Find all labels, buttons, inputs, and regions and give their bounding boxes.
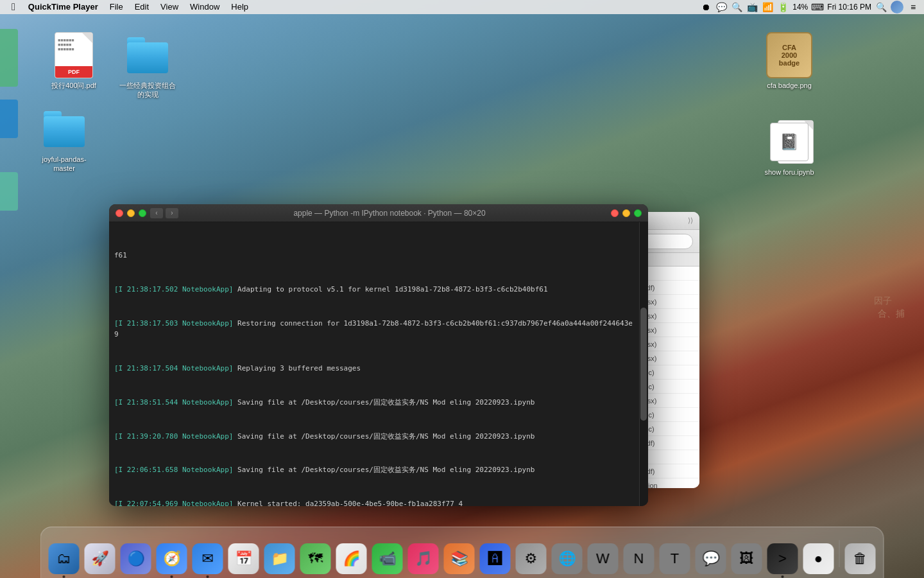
battery-percent: 14%: [792, 3, 808, 12]
terminal-maximize-button[interactable]: [139, 209, 146, 217]
terminal-line-6: [I 22:06:51.658 NotebookApp] Saving file…: [114, 464, 634, 476]
airplay-icon[interactable]: 📺: [746, 1, 758, 13]
dock-item-chrome[interactable]: ●: [802, 542, 835, 575]
dock-item-calendar[interactable]: 📅: [227, 542, 261, 575]
expand-icon[interactable]: ⟩⟩: [688, 216, 693, 225]
dock-item-wechat[interactable]: 💬: [694, 542, 728, 575]
control-center-icon[interactable]: ≡: [907, 1, 919, 13]
wifi-icon[interactable]: 📶: [762, 1, 773, 13]
terminal-line-5: [I 21:39:20.780 NotebookApp] Saving file…: [114, 431, 634, 442]
notebook-label: show foru.ipynb: [764, 168, 814, 177]
menubar-left:  QuickTime Player File Edit View Window…: [5, 0, 253, 14]
notchmeister-dock-icon: N: [624, 543, 654, 574]
keyboard-icon[interactable]: ⌨: [812, 1, 823, 13]
cfa-label: cfa badge.png: [767, 81, 812, 90]
dock-item-maps[interactable]: 🗺: [299, 542, 332, 575]
files-dock-icon: 📁: [264, 543, 295, 574]
battery-icon[interactable]: 🔋: [777, 1, 789, 13]
dock-item-finder[interactable]: 🗂: [47, 542, 81, 575]
safari2-dock-icon: 🌐: [552, 543, 583, 574]
left-sidebar-item-3: [0, 172, 18, 211]
terminal-dock-icon: >: [767, 543, 798, 574]
dock-item-music[interactable]: 🎵: [407, 542, 440, 575]
folder-joyful-img: [41, 106, 87, 152]
terminal-forward-button[interactable]: ›: [166, 208, 178, 218]
maps-dock-icon: 🗺: [300, 543, 331, 574]
menu-file[interactable]: File: [105, 0, 128, 14]
siri-dock-icon: 🔵: [121, 543, 151, 574]
mail-dock-icon: ✉: [193, 543, 223, 574]
photos-dock-icon: 🌈: [336, 543, 367, 574]
systemprefs-dock-icon: ⚙: [516, 543, 547, 574]
menu-help[interactable]: Help: [226, 0, 253, 14]
terminal-extra-controls: [611, 209, 642, 217]
dock-item-appstore[interactable]: 🅰: [479, 542, 512, 575]
dock-item-files[interactable]: 📁: [263, 542, 296, 575]
menu-edit[interactable]: Edit: [130, 0, 154, 14]
dock-item-wps[interactable]: W: [586, 542, 620, 575]
mail-running-dot: [207, 575, 209, 578]
terminal-back-button[interactable]: ‹: [150, 208, 163, 218]
desktop:  QuickTime Player File Edit View Window…: [0, 0, 924, 578]
desktop-icon-notebook[interactable]: 📓 show foru.ipynb: [760, 119, 818, 177]
dock-item-iphoto[interactable]: 🖼: [730, 542, 764, 575]
terminal-scrollbar-thumb: [640, 308, 647, 421]
terminal-running-dot: [782, 575, 784, 578]
terminal-line-4: [I 21:38:51.544 NotebookApp] Saving file…: [114, 397, 634, 408]
dock-item-teams[interactable]: T: [658, 542, 692, 575]
dock-item-terminal[interactable]: >: [766, 542, 800, 575]
books-dock-icon: 📚: [444, 543, 475, 574]
desktop-icon-cfa[interactable]: CFA2000badge cfa badge.png: [760, 32, 818, 90]
dock-item-systemprefs[interactable]: ⚙: [515, 542, 548, 575]
chinese-overlay-text: 合、捕: [878, 308, 905, 320]
dock-item-photos[interactable]: 🌈: [335, 542, 368, 575]
left-sidebar-item-2: [0, 100, 18, 138]
dock-item-trash[interactable]: 🗑: [844, 542, 877, 575]
desktop-icon-folder-joyful[interactable]: joyful-pandas-master: [35, 106, 93, 173]
terminal-line-1: [I 21:38:17.502 NotebookApp] Adapting to…: [114, 284, 634, 295]
finder-icon[interactable]: 🔍: [731, 1, 742, 13]
app-name[interactable]: QuickTime Player: [23, 0, 103, 14]
apple-menu[interactable]: : [5, 0, 22, 14]
dock-item-siri[interactable]: 🔵: [119, 542, 153, 575]
terminal-nav: ‹ ›: [150, 208, 178, 218]
terminal-line-2: [I 21:38:17.503 NotebookApp] Restoring c…: [114, 318, 634, 340]
dock-item-facetime[interactable]: 📹: [371, 542, 404, 575]
calendar-dock-icon: 📅: [228, 543, 259, 574]
dock-item-notchmeister[interactable]: N: [622, 542, 656, 575]
dock-item-safari2[interactable]: 🌐: [551, 542, 584, 575]
user-icon[interactable]: [891, 1, 903, 13]
dock-item-books[interactable]: 📚: [443, 542, 476, 575]
dock-item-safari[interactable]: 🧭: [155, 542, 189, 575]
folder-portfolio-label: 一些经典投资组合的实现: [119, 81, 176, 100]
dock: 🗂🚀🔵🧭✉📅📁🗺🌈📹🎵📚🅰⚙🌐WNT💬🖼>●🗑: [40, 527, 884, 578]
safari-running-dot: [171, 575, 173, 578]
facetime-dock-icon: 📹: [372, 543, 403, 574]
chinese-overlay-text2: 因子: [874, 295, 892, 307]
terminal-close-button[interactable]: [116, 209, 123, 217]
terminal-titlebar: ‹ › apple — Python -m IPython notebook ·…: [109, 204, 648, 222]
terminal-max2[interactable]: [634, 209, 642, 217]
safari-dock-icon: 🧭: [157, 543, 187, 574]
pdf-icon-img: ■■■■■■■■■■■■■■■■■ PDF: [51, 32, 97, 78]
finder-view-controls: ⟩⟩: [688, 216, 693, 225]
terminal-window: ‹ › apple — Python -m IPython notebook ·…: [109, 204, 648, 506]
terminal-minimize-button[interactable]: [127, 209, 135, 217]
trash-dock-icon: 🗑: [845, 543, 876, 574]
finder-running-dot: [63, 575, 65, 578]
desktop-icon-folder-portfolio[interactable]: 一些经典投资组合的实现: [119, 32, 176, 100]
menu-view[interactable]: View: [155, 0, 184, 14]
terminal-line-7: [I 22:07:54.969 NotebookApp] Kernel star…: [114, 498, 634, 506]
terminal-close2[interactable]: [611, 209, 619, 217]
desktop-icon-pdf[interactable]: ■■■■■■■■■■■■■■■■■ PDF 投行400问.pdf: [45, 32, 103, 90]
terminal-min2[interactable]: [622, 209, 630, 217]
terminal-content[interactable]: f61 [I 21:38:17.502 NotebookApp] Adaptin…: [109, 222, 639, 506]
dock-item-mail[interactable]: ✉: [191, 542, 225, 575]
search-icon[interactable]: 🔍: [875, 1, 887, 13]
chrome-dock-icon: ●: [803, 543, 834, 574]
menu-window[interactable]: Window: [185, 0, 225, 14]
dock-item-launchpad[interactable]: 🚀: [83, 542, 117, 575]
record-icon[interactable]: ⏺: [700, 1, 712, 13]
wechat-icon[interactable]: 💬: [715, 1, 727, 13]
terminal-scrollbar[interactable]: [639, 222, 648, 506]
